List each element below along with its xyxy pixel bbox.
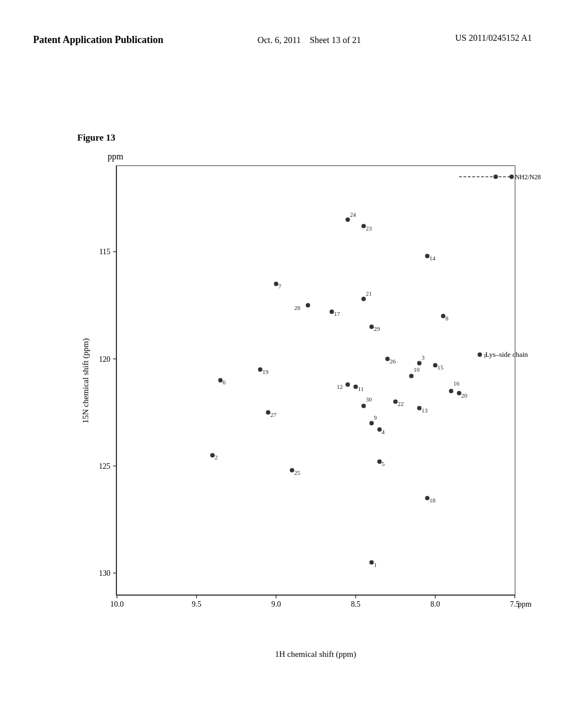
svg-point-58 [345, 382, 350, 387]
svg-point-80 [377, 459, 382, 464]
chart-plot-area: 10.09.59.08.58.07.5ppm115120125130NH2/N2… [116, 165, 515, 596]
svg-text:10: 10 [414, 366, 420, 373]
svg-point-52 [258, 367, 263, 372]
svg-point-46 [385, 357, 390, 361]
chart-svg: 10.09.59.08.58.07.5ppm115120125130NH2/N2… [117, 166, 515, 595]
svg-text:30: 30 [366, 396, 372, 403]
svg-text:1: 1 [374, 561, 376, 568]
svg-text:9: 9 [374, 414, 377, 421]
x-axis-label: 1H chemical shift (ppm) [116, 650, 515, 659]
svg-text:11: 11 [358, 386, 364, 392]
svg-text:28: 28 [294, 304, 300, 311]
svg-text:7: 7 [278, 283, 281, 290]
svg-point-76 [377, 427, 382, 432]
chart-container: ppm 15N chemical shift (ppm) 10.09.59.08… [77, 149, 521, 629]
svg-text:125: 125 [99, 462, 110, 470]
svg-point-72 [361, 404, 366, 408]
svg-text:27: 27 [270, 411, 276, 418]
svg-point-66 [266, 410, 270, 415]
header-date-sheet: Oct. 6, 2011 Sheet 13 of 21 [258, 33, 361, 47]
svg-text:2: 2 [215, 454, 217, 461]
figure-area: Figure 13 ppm 15N chemical shift (ppm) 1… [44, 132, 532, 673]
svg-point-86 [369, 560, 374, 565]
svg-text:6: 6 [222, 379, 226, 386]
svg-point-82 [290, 468, 294, 473]
svg-text:8: 8 [445, 315, 449, 322]
sheet-number: Sheet 13 of 21 [310, 35, 361, 45]
svg-text:8.5: 8.5 [351, 600, 360, 608]
page-header: Patent Application Publication Oct. 6, 2… [0, 33, 565, 47]
svg-text:3: 3 [422, 354, 425, 361]
svg-text:4: 4 [382, 429, 385, 435]
svg-text:10.0: 10.0 [110, 600, 124, 608]
svg-point-54 [218, 378, 222, 383]
figure-label: Figure 13 [77, 132, 115, 143]
svg-point-44 [441, 314, 445, 318]
svg-point-48 [417, 361, 422, 365]
svg-text:p: p [484, 351, 488, 358]
y-axis-ppm-label: ppm [108, 152, 123, 162]
publication-date: Oct. 6, 2011 [258, 35, 301, 45]
svg-point-38 [329, 309, 334, 314]
svg-text:120: 120 [99, 355, 110, 363]
svg-text:29: 29 [374, 325, 380, 332]
svg-text:12: 12 [337, 383, 343, 390]
svg-point-34 [425, 254, 429, 258]
svg-text:9.0: 9.0 [271, 600, 281, 608]
svg-point-36 [306, 303, 310, 308]
svg-text:5: 5 [382, 461, 385, 467]
svg-text:22: 22 [398, 400, 404, 407]
svg-text:19: 19 [263, 368, 269, 375]
svg-text:13: 13 [422, 407, 428, 414]
svg-point-60 [354, 384, 358, 389]
svg-text:24: 24 [350, 211, 356, 218]
svg-text:17: 17 [334, 311, 340, 317]
svg-text:115: 115 [99, 248, 110, 256]
svg-text:18: 18 [429, 497, 435, 504]
svg-point-42 [369, 324, 374, 329]
svg-point-74 [369, 421, 374, 425]
svg-point-62 [449, 389, 454, 393]
svg-point-56 [409, 374, 414, 378]
svg-point-84 [425, 496, 429, 500]
svg-text:23: 23 [366, 225, 372, 232]
publication-title: Patent Application Publication [33, 33, 163, 47]
svg-text:ppm: ppm [518, 600, 532, 608]
svg-point-70 [417, 406, 422, 410]
svg-point-32 [274, 282, 278, 286]
svg-point-68 [393, 399, 398, 404]
svg-point-78 [210, 453, 215, 457]
svg-point-25 [509, 175, 514, 179]
svg-point-30 [361, 224, 366, 228]
svg-text:16: 16 [454, 380, 460, 387]
svg-point-40 [361, 297, 366, 301]
svg-point-50 [433, 363, 438, 367]
svg-point-26 [478, 352, 482, 357]
svg-text:9.5: 9.5 [191, 600, 201, 608]
svg-text:26: 26 [390, 358, 396, 365]
patent-number: US 2011/0245152 A1 [455, 33, 532, 43]
svg-text:21: 21 [366, 290, 372, 297]
svg-text:15: 15 [438, 364, 444, 371]
svg-text:8.0: 8.0 [430, 600, 440, 608]
svg-text:NH2/N28: NH2/N28 [515, 173, 541, 181]
svg-text:14: 14 [429, 255, 435, 261]
svg-text:20: 20 [461, 392, 467, 399]
svg-point-24 [493, 175, 498, 179]
svg-point-64 [457, 391, 461, 395]
svg-point-28 [345, 217, 350, 222]
y-axis-label: 15N chemical shift (ppm) [77, 165, 94, 596]
svg-text:130: 130 [99, 569, 110, 577]
svg-text:Lys–side chain: Lys–side chain [486, 350, 529, 358]
svg-text:25: 25 [294, 469, 300, 476]
